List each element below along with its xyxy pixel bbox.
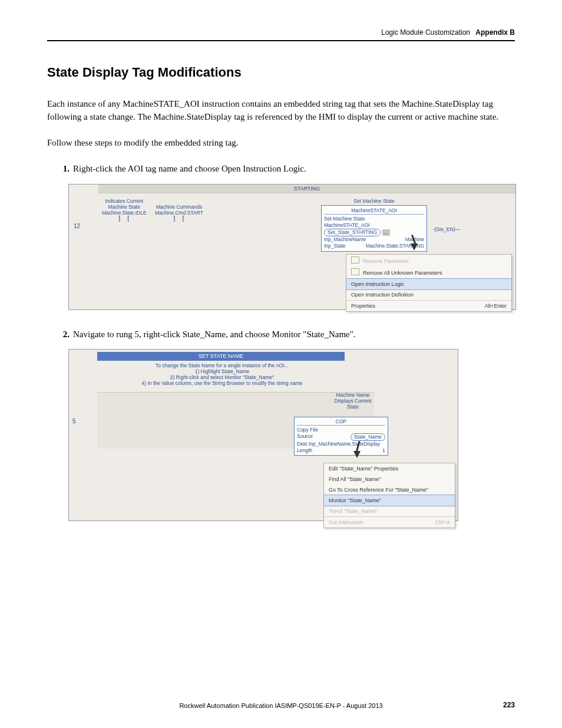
contact1-desc-l2: Machine State bbox=[102, 204, 147, 210]
contact2-desc: Machine Commands bbox=[155, 204, 203, 210]
publication-info: Rockwell Automation Publication IASIMP-Q… bbox=[179, 702, 382, 709]
menu-item-cross-reference[interactable]: Go To Cross Reference For "State_Name" bbox=[324, 485, 455, 495]
menu-item-monitor[interactable]: Monitor "State_Name" bbox=[323, 495, 455, 506]
page-header: Logic Module Customization Appendix B bbox=[47, 28, 515, 41]
aoi-browse-button[interactable]: ... bbox=[382, 229, 390, 236]
step-1: 1.Right-click the AOI tag name and choos… bbox=[58, 162, 515, 176]
body-paragraph-2: Follow these steps to modify the embedde… bbox=[47, 137, 515, 150]
menu-item-open-instruction-logic[interactable]: Open Instruction Logic bbox=[346, 278, 512, 290]
aoi-tag-oval[interactable]: Set_State_STARTING bbox=[324, 229, 381, 236]
menu-item-remove-parameter: Remove Parameter bbox=[346, 255, 511, 266]
aoi-row3-left: Inp_MachineName bbox=[324, 236, 366, 242]
aoi-title: Set Machine State bbox=[321, 198, 427, 204]
context-menu-1: Remove Parameter Remove All Unknown Para… bbox=[346, 254, 512, 312]
menu-shortcut-properties: Alt+Enter bbox=[485, 302, 507, 310]
cop-length-value: 1 bbox=[382, 447, 385, 454]
figure-1-ladder-editor: STARTING 12 Indicates Current Machine St… bbox=[68, 184, 516, 310]
step-1-number: 1. bbox=[58, 162, 70, 176]
context-menu-2: Edit "State_Name" Properties Find All "S… bbox=[323, 463, 455, 528]
contact1-desc-l1: Indicates Current bbox=[102, 198, 147, 204]
cop-source-label: Source bbox=[297, 433, 313, 439]
cop-length-label: Length bbox=[297, 447, 312, 453]
menu-item-trend: Trend "State_Name" bbox=[324, 506, 455, 516]
page-footer: Rockwell Automation Publication IASIMP-Q… bbox=[47, 702, 515, 709]
remove-all-icon bbox=[351, 268, 359, 275]
menu-item-cut: Cut Instruction Ctrl+X bbox=[324, 517, 455, 528]
aoi-row1: Set Machine State bbox=[324, 216, 424, 222]
menu-shortcut-cut: Ctrl+X bbox=[435, 518, 450, 526]
figure-2-ladder-editor: SET STATE NAME To change the State Name … bbox=[68, 349, 458, 521]
step-1-text: Right-click the AOI tag name and choose … bbox=[73, 164, 306, 173]
step-2-number: 2. bbox=[58, 328, 70, 341]
step-2: 2.Navigate to rung 5, right-click State_… bbox=[58, 328, 515, 341]
page-number: 223 bbox=[503, 701, 515, 709]
machine-name-label: Machine Name Displays Current State bbox=[323, 392, 382, 410]
menu-item-properties[interactable]: Properties Alt+Enter bbox=[346, 301, 511, 311]
aoi-row2-left: MachineSTATE_AOI bbox=[324, 222, 370, 228]
callout-arrow-icon bbox=[411, 243, 418, 251]
aoi-row4-left: Inp_State bbox=[324, 243, 345, 249]
rung-number-2: 5 bbox=[72, 418, 76, 424]
rung-title-bar: SET STATE NAME bbox=[97, 352, 345, 361]
cop-source-oval[interactable]: State_Name bbox=[351, 433, 385, 441]
chapter-name: Logic Module Customization bbox=[381, 28, 470, 37]
routine-label: STARTING bbox=[98, 185, 515, 193]
rung-number: 12 bbox=[74, 223, 80, 229]
rung-comment: To change the State Name for a single in… bbox=[104, 363, 340, 386]
body-paragraph-1: Each instance of any MachineSTATE_AOI in… bbox=[47, 98, 515, 124]
step-2-text: Navigate to rung 5, right-click State_Na… bbox=[73, 330, 356, 339]
rung-left-contacts: Indicates Current Machine State Machine.… bbox=[102, 198, 243, 222]
remove-param-icon bbox=[351, 256, 359, 263]
cop-header: COP bbox=[297, 419, 385, 426]
menu-item-remove-all-unknown[interactable]: Remove All Unknown Parameters bbox=[346, 266, 511, 278]
appendix-label: Appendix B bbox=[475, 28, 515, 37]
ste-en-output: -(Ste_EN)— bbox=[433, 226, 460, 232]
cop-dest: Dest Inp_MachineName.StateDisplay bbox=[297, 441, 385, 447]
contact2-symbol: ] [ bbox=[155, 216, 203, 222]
menu-item-open-instruction-definition[interactable]: Open Instruction Definition bbox=[346, 289, 511, 300]
section-title: State Display Tag Modifications bbox=[47, 65, 515, 80]
menu-item-edit-properties[interactable]: Edit "State_Name" Properties bbox=[324, 463, 455, 474]
menu-item-find-all[interactable]: Find All "State_Name" bbox=[324, 474, 455, 485]
aoi-header: MachineSTATE_AOI bbox=[324, 207, 424, 215]
cop-copyfile: Copy File bbox=[297, 427, 385, 433]
callout-arrow2-icon bbox=[353, 451, 361, 458]
contact1-symbol: ] [ bbox=[102, 216, 147, 222]
cop-instruction-block[interactable]: COP Copy File Source State_Name Dest Inp… bbox=[294, 417, 388, 456]
